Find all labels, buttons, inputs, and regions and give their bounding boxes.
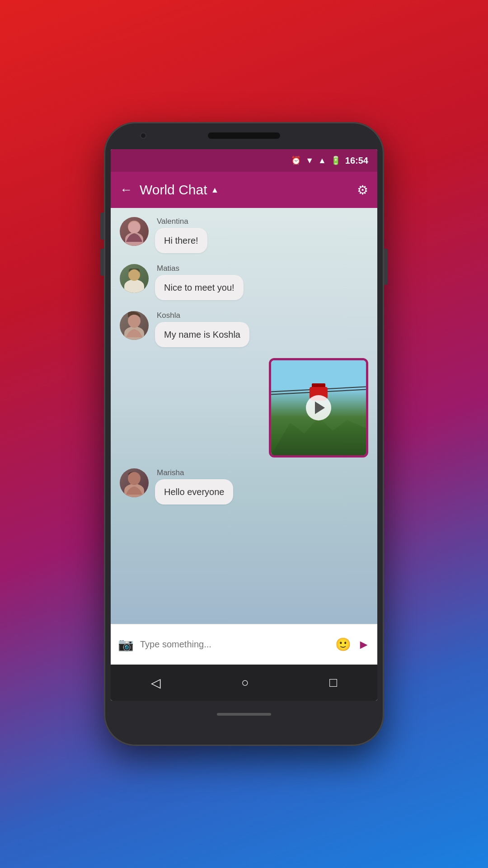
send-button[interactable]: ► <box>357 637 370 652</box>
message-content-valentina: Valentina Hi there! <box>155 217 207 253</box>
bubble-marisha: Hello everyone <box>155 479 233 505</box>
message-content-koshla: Koshla My name is Koshla <box>155 311 249 347</box>
phone-bottom-bezel <box>217 701 271 728</box>
phone-screen: ⏰ ▼ ▲ 🔋 16:54 ← World Chat ▲ ⚙ <box>111 149 377 701</box>
svg-point-1 <box>131 225 138 229</box>
phone-top-bezel <box>104 122 384 149</box>
camera-button[interactable]: 📷 <box>118 637 134 652</box>
sender-name-matias: Matias <box>157 264 244 273</box>
message-matias: Matias Nice to meet you! <box>120 264 368 300</box>
battery-icon: 🔋 <box>331 156 341 165</box>
navigation-bar: ◁ ○ □ <box>111 665 377 701</box>
avatar-valentina <box>120 217 149 246</box>
avatar-marisha <box>120 468 149 497</box>
alarm-icon: ⏰ <box>291 156 301 165</box>
app-title-text: World Chat <box>140 182 207 198</box>
message-content-matias: Matias Nice to meet you! <box>155 264 244 300</box>
back-button[interactable]: ← <box>120 183 132 197</box>
message-input[interactable] <box>140 632 329 657</box>
svg-point-4 <box>128 316 140 328</box>
app-title: World Chat ▲ <box>140 182 357 198</box>
home-indicator <box>217 713 271 716</box>
message-koshla: Koshla My name is Koshla <box>120 311 368 347</box>
wifi-icon: ▼ <box>305 156 314 165</box>
settings-button[interactable]: ⚙ <box>357 183 368 198</box>
bubble-koshla: My name is Koshla <box>155 322 249 347</box>
svg-point-5 <box>128 473 140 485</box>
sender-name-marisha: Marisha <box>157 468 233 477</box>
play-button[interactable] <box>306 395 331 420</box>
avatar-koshla <box>120 311 149 340</box>
svg-rect-3 <box>129 269 140 273</box>
sender-name-valentina: Valentina <box>157 217 207 226</box>
phone-shell: ⏰ ▼ ▲ 🔋 16:54 ← World Chat ▲ ⚙ <box>104 122 384 746</box>
avatar-matias <box>120 264 149 293</box>
status-bar: ⏰ ▼ ▲ 🔋 16:54 <box>111 149 377 172</box>
emoji-button[interactable]: 🙂 <box>335 637 351 652</box>
status-time: 16:54 <box>345 156 368 166</box>
nav-home-button[interactable]: ○ <box>241 675 249 690</box>
bubble-valentina: Hi there! <box>155 228 207 253</box>
message-valentina: Valentina Hi there! <box>120 217 368 253</box>
input-bar: 📷 🙂 ► <box>111 624 377 665</box>
app-bar: ← World Chat ▲ ⚙ <box>111 172 377 208</box>
nav-recent-button[interactable]: □ <box>329 675 337 690</box>
chat-area: Valentina Hi there! Matias Nice to meet … <box>111 208 377 624</box>
bubble-matias: Nice to meet you! <box>155 275 244 300</box>
dropdown-arrow-icon[interactable]: ▲ <box>211 185 219 195</box>
play-icon <box>315 401 325 414</box>
power-button[interactable] <box>384 249 388 285</box>
svg-point-0 <box>128 221 141 233</box>
gondola-top <box>312 383 325 387</box>
volume-down-button[interactable] <box>100 249 104 276</box>
message-content-marisha: Marisha Hello everyone <box>155 468 233 505</box>
speaker-grille <box>208 132 280 139</box>
front-camera <box>140 132 146 139</box>
message-marisha: Marisha Hello everyone <box>120 468 368 505</box>
nav-back-button[interactable]: ◁ <box>151 675 161 690</box>
video-bubble[interactable] <box>269 358 368 458</box>
volume-up-button[interactable] <box>100 212 104 240</box>
sender-name-koshla: Koshla <box>157 311 249 320</box>
signal-icon: ▲ <box>318 156 326 165</box>
message-video <box>120 358 368 458</box>
